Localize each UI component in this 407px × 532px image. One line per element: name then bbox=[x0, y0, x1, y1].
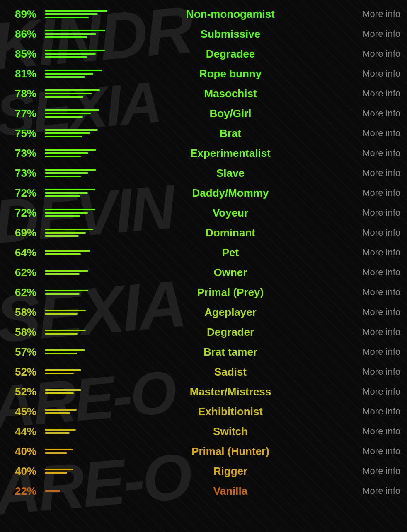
bar-container bbox=[41, 250, 124, 255]
bar-line bbox=[45, 349, 85, 351]
bar-line bbox=[45, 373, 74, 374]
percent-value: 52% bbox=[3, 366, 41, 378]
result-row: 77%Boy/GirlMore info bbox=[0, 104, 407, 123]
bar-line bbox=[45, 149, 96, 151]
percent-value: 62% bbox=[3, 286, 41, 299]
bar-container bbox=[41, 490, 124, 492]
bar-line bbox=[45, 13, 98, 15]
more-info-button[interactable]: More info bbox=[337, 366, 404, 377]
bar-container bbox=[41, 369, 124, 374]
result-label: Rigger bbox=[124, 465, 337, 478]
percent-value: 89% bbox=[3, 8, 41, 21]
percent-value: 57% bbox=[3, 346, 41, 359]
more-info-button[interactable]: More info bbox=[337, 9, 404, 19]
more-info-button[interactable]: More info bbox=[337, 168, 404, 178]
bar-container bbox=[41, 30, 124, 38]
more-info-button[interactable]: More info bbox=[337, 148, 404, 159]
percent-value: 58% bbox=[3, 306, 41, 319]
more-info-button[interactable]: More info bbox=[337, 287, 404, 298]
bar-container bbox=[41, 10, 124, 18]
bar-container bbox=[41, 389, 124, 394]
result-row: 78%MasochistMore info bbox=[0, 84, 407, 104]
result-label: Exhibitionist bbox=[124, 405, 337, 418]
result-row: 22%VanillaMore info bbox=[0, 481, 407, 501]
result-row: 52%Master/MistressMore info bbox=[0, 382, 407, 402]
bar-line bbox=[45, 156, 81, 157]
bar-container bbox=[41, 449, 124, 454]
more-info-button[interactable]: More info bbox=[337, 347, 404, 357]
more-info-button[interactable]: More info bbox=[337, 466, 404, 477]
more-info-button[interactable]: More info bbox=[337, 267, 404, 278]
result-row: 72%VoyeurMore info bbox=[0, 203, 407, 223]
bar-line bbox=[45, 472, 67, 474]
result-row: 73%ExperimentalistMore info bbox=[0, 143, 407, 163]
bar-container bbox=[41, 209, 124, 217]
result-label: Primal (Hunter) bbox=[124, 445, 337, 458]
bar-line bbox=[45, 333, 78, 335]
bar-line bbox=[45, 235, 79, 237]
percent-value: 58% bbox=[3, 326, 41, 339]
bar-line bbox=[45, 293, 80, 295]
bar-container bbox=[41, 169, 124, 177]
more-info-button[interactable]: More info bbox=[337, 486, 404, 496]
percent-value: 75% bbox=[3, 127, 41, 140]
result-label: Vanilla bbox=[124, 485, 337, 498]
bar-line bbox=[45, 30, 105, 31]
more-info-button[interactable]: More info bbox=[337, 446, 404, 457]
bar-line bbox=[45, 229, 93, 230]
more-info-button[interactable]: More info bbox=[337, 207, 404, 218]
bar-line bbox=[45, 232, 86, 234]
more-info-button[interactable]: More info bbox=[337, 128, 404, 139]
result-row: 86%SubmissiveMore info bbox=[0, 24, 407, 44]
result-label: Non-monogamist bbox=[124, 8, 337, 21]
result-label: Switch bbox=[124, 425, 337, 438]
result-label: Submissive bbox=[124, 28, 337, 41]
percent-value: 73% bbox=[3, 167, 41, 180]
bar-line bbox=[45, 50, 105, 51]
result-label: Boy/Girl bbox=[124, 107, 337, 120]
bar-line bbox=[45, 56, 87, 58]
result-row: 58%AgeplayerMore info bbox=[0, 302, 407, 322]
more-info-button[interactable]: More info bbox=[337, 29, 404, 39]
result-label: Daddy/Mommy bbox=[124, 187, 337, 200]
percent-value: 44% bbox=[3, 425, 41, 438]
bar-line bbox=[45, 70, 102, 71]
result-label: Rope bunny bbox=[124, 67, 337, 80]
more-info-button[interactable]: More info bbox=[337, 307, 404, 318]
more-info-button[interactable]: More info bbox=[337, 386, 404, 397]
more-info-button[interactable]: More info bbox=[337, 108, 404, 119]
bar-container bbox=[41, 270, 124, 275]
more-info-button[interactable]: More info bbox=[337, 227, 404, 238]
bar-line bbox=[45, 412, 70, 414]
more-info-button[interactable]: More info bbox=[337, 247, 404, 258]
bar-container bbox=[41, 50, 124, 58]
bar-container bbox=[41, 129, 124, 137]
result-label: Primal (Prey) bbox=[124, 286, 337, 299]
bar-line bbox=[45, 452, 67, 454]
bar-line bbox=[45, 136, 82, 137]
percent-value: 77% bbox=[3, 107, 41, 120]
bar-line bbox=[45, 129, 98, 131]
bar-line bbox=[45, 89, 100, 91]
bar-line bbox=[45, 209, 95, 210]
bar-line bbox=[45, 172, 88, 174]
bar-line bbox=[45, 132, 90, 134]
result-row: 40%RiggerMore info bbox=[0, 461, 407, 481]
result-label: Voyeur bbox=[124, 207, 337, 219]
result-row: 62%Primal (Prey)More info bbox=[0, 282, 407, 302]
more-info-button[interactable]: More info bbox=[337, 48, 404, 59]
bar-line bbox=[45, 212, 88, 214]
more-info-button[interactable]: More info bbox=[337, 188, 404, 198]
result-row: 75%BratMore info bbox=[0, 123, 407, 143]
percent-value: 52% bbox=[3, 385, 41, 398]
bar-container bbox=[41, 89, 124, 98]
result-label: Dominant bbox=[124, 226, 337, 239]
more-info-button[interactable]: More info bbox=[337, 68, 404, 79]
more-info-button[interactable]: More info bbox=[337, 406, 404, 417]
bar-container bbox=[41, 149, 124, 157]
more-info-button[interactable]: More info bbox=[337, 426, 404, 437]
percent-value: 69% bbox=[3, 226, 41, 239]
more-info-button[interactable]: More info bbox=[337, 88, 404, 99]
results-list: 89%Non-monogamistMore info86%SubmissiveM… bbox=[0, 0, 407, 505]
more-info-button[interactable]: More info bbox=[337, 327, 404, 337]
